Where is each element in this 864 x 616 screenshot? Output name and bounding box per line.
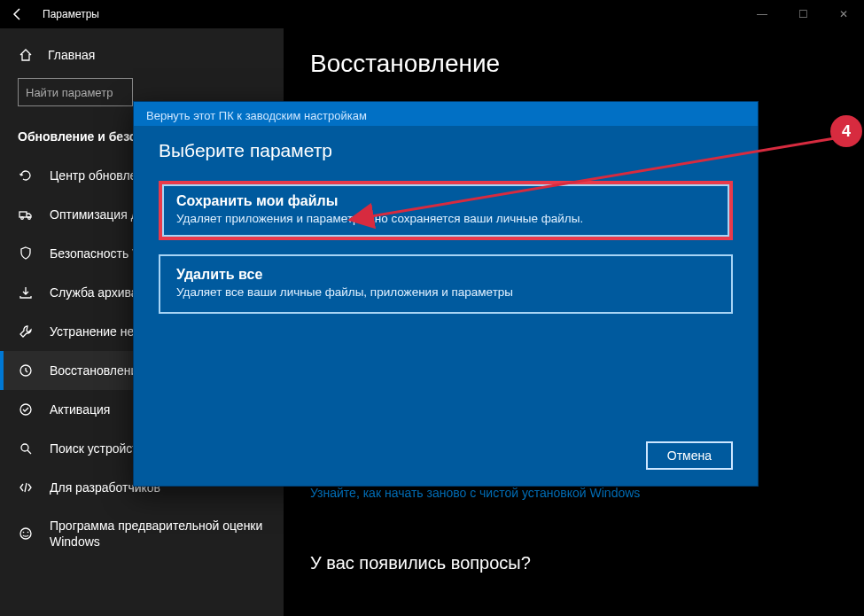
dialog-heading: Выберите параметр: [159, 140, 733, 161]
recovery-icon: [18, 363, 34, 378]
titlebar: Параметры — ☐ ✕: [0, 0, 864, 28]
maximize-button[interactable]: ☐: [782, 0, 823, 28]
nav-label: Программа предварительной оценки: [50, 518, 262, 534]
option-title: Удалить все: [176, 267, 715, 283]
clean-install-link[interactable]: Узнайте, как начать заново с чистой уста…: [310, 486, 864, 500]
nav-label: Windows: [50, 534, 262, 550]
insider-icon: [18, 526, 34, 541]
svg-point-7: [23, 532, 25, 534]
activation-icon: [18, 402, 34, 417]
svg-point-8: [27, 532, 29, 534]
refresh-icon: [18, 168, 34, 183]
svg-point-6: [20, 528, 31, 539]
find-icon: [18, 441, 34, 456]
option-title: Сохранить мои файлы: [176, 193, 715, 209]
reset-dialog: Вернуть этот ПК к заводским настройкам В…: [133, 101, 759, 487]
faq-heading: У вас появились вопросы?: [310, 553, 864, 573]
page-title: Восстановление: [310, 50, 864, 78]
window-title: Параметры: [43, 8, 99, 20]
home-label: Главная: [48, 48, 95, 62]
cancel-button[interactable]: Отмена: [646, 441, 733, 470]
close-button[interactable]: ✕: [823, 0, 864, 28]
annotation-badge: 4: [830, 115, 862, 147]
shield-icon: [18, 246, 34, 261]
option-desc: Удаляет все ваши личные файлы, приложени…: [176, 285, 715, 301]
svg-point-1: [21, 217, 24, 220]
option-desc: Удаляет приложения и параметры, но сохра…: [176, 211, 715, 228]
svg-point-4: [20, 404, 31, 415]
minimize-button[interactable]: —: [742, 0, 782, 28]
home-icon: [18, 48, 34, 62]
svg-rect-0: [19, 212, 27, 217]
home-nav[interactable]: Главная: [0, 41, 284, 74]
svg-point-5: [21, 444, 28, 451]
reset-option-0[interactable]: Сохранить мои файлыУдаляет приложения и …: [159, 181, 733, 240]
backup-icon: [18, 285, 34, 300]
truck-icon: [18, 207, 34, 222]
reset-option-1[interactable]: Удалить всеУдаляет все ваши личные файлы…: [159, 254, 733, 314]
search-placeholder: Найти параметр: [26, 86, 113, 99]
back-button[interactable]: [0, 0, 35, 28]
nav-label: Активация: [50, 402, 110, 417]
search-input[interactable]: Найти параметр: [18, 78, 133, 106]
dialog-title: Вернуть этот ПК к заводским настройкам: [134, 102, 758, 126]
wrench-icon: [18, 324, 34, 339]
sidebar-item-9[interactable]: Программа предварительной оценкиWindows: [0, 507, 284, 560]
nav-label: Восстановление: [50, 363, 144, 378]
devmode-icon: [18, 480, 34, 495]
svg-point-2: [28, 217, 31, 220]
